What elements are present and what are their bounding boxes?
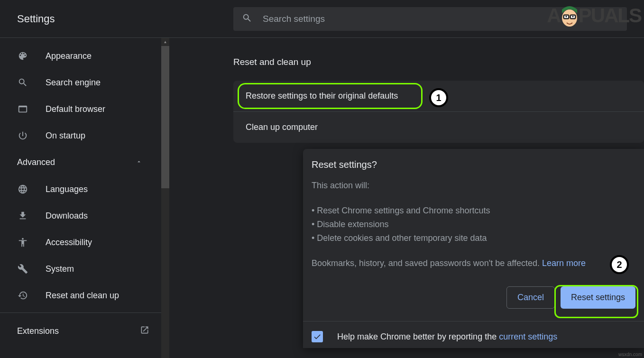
- external-link-icon: [140, 325, 149, 337]
- dialog-footer-span: Bookmarks, history, and saved passwords …: [312, 258, 542, 268]
- cancel-button[interactable]: Cancel: [506, 286, 555, 309]
- sidebar-item-accessibility[interactable]: Accessibility: [0, 229, 156, 256]
- report-checkbox[interactable]: [312, 331, 323, 342]
- wrench-icon: [17, 263, 28, 275]
- download-icon: [17, 210, 28, 221]
- globe-icon: [17, 184, 28, 195]
- chevron-up-icon: [136, 158, 142, 167]
- sidebar: Appearance Search engine Default browser…: [0, 38, 161, 358]
- reset-settings-dialog: Reset settings? This action will: • Rese…: [303, 149, 644, 348]
- dialog-bullet-text: Disable extensions: [317, 220, 388, 229]
- sidebar-item-label: Default browser: [46, 104, 105, 114]
- dialog-title: Reset settings?: [312, 159, 635, 170]
- appuals-logo: A PUALS: [547, 4, 641, 28]
- restore-icon: [17, 290, 28, 301]
- dialog-bullet: • Delete cookies and other temporary sit…: [312, 231, 635, 245]
- dialog-footer-text: Bookmarks, history, and saved passwords …: [312, 258, 635, 268]
- sidebar-item-appearance[interactable]: Appearance: [0, 43, 156, 69]
- search-icon: [17, 77, 28, 88]
- svg-point-6: [572, 16, 573, 18]
- search-icon: [242, 13, 263, 25]
- sidebar-container: Appearance Search engine Default browser…: [0, 38, 169, 358]
- advanced-toggle[interactable]: Advanced: [0, 149, 161, 176]
- browser-icon: [17, 103, 28, 115]
- sidebar-item-label: Accessibility: [46, 238, 92, 248]
- page-title: Settings: [17, 13, 233, 25]
- logo-mascot-icon: [560, 4, 580, 28]
- sidebar-item-reset[interactable]: Reset and clean up: [0, 282, 156, 309]
- sidebar-item-search-engine[interactable]: Search engine: [0, 69, 156, 96]
- annotation-step-2: 2: [610, 255, 629, 274]
- sidebar-item-label: Languages: [46, 184, 88, 194]
- divider: [0, 312, 161, 313]
- dialog-intro: This action will:: [312, 181, 635, 191]
- sidebar-item-default-browser[interactable]: Default browser: [0, 96, 156, 122]
- sidebar-item-label: Search engine: [46, 78, 101, 88]
- checkbox-label: Help make Chrome better by reporting the…: [337, 332, 557, 342]
- scrollbar-track[interactable]: ▲: [161, 38, 169, 358]
- section-title: Reset and clean up: [233, 57, 644, 67]
- sidebar-item-label: System: [46, 264, 74, 274]
- logo-text-right: PUALS: [579, 4, 641, 27]
- reset-settings-button[interactable]: Reset settings: [561, 286, 635, 309]
- watermark: wsxdn.com: [618, 352, 642, 357]
- scrollbar-thumb[interactable]: [161, 46, 169, 188]
- dialog-bullet-text: Reset Chrome settings and Chrome shortcu…: [317, 206, 490, 215]
- sidebar-item-languages[interactable]: Languages: [0, 176, 156, 202]
- sidebar-item-label: Reset and clean up: [46, 291, 119, 301]
- sidebar-item-label: Appearance: [46, 51, 92, 61]
- annotation-step-1: 1: [429, 88, 448, 107]
- extensions-label: Extensions: [17, 326, 59, 336]
- checkbox-text: Help make Chrome better by reporting the: [337, 332, 499, 341]
- svg-point-5: [565, 16, 567, 18]
- palette-icon: [17, 50, 28, 62]
- dialog-bullet: • Reset Chrome settings and Chrome short…: [312, 204, 635, 218]
- logo-text-left: A: [547, 4, 560, 27]
- accessibility-icon: [17, 237, 28, 248]
- sidebar-item-extensions[interactable]: Extensions: [0, 317, 161, 345]
- scrollbar-arrow-up-icon[interactable]: ▲: [161, 38, 169, 46]
- dialog-checkbox-row: Help make Chrome better by reporting the…: [303, 321, 644, 348]
- dialog-bullet: • Disable extensions: [312, 218, 635, 231]
- sidebar-item-label: On startup: [46, 131, 85, 141]
- sidebar-item-on-startup[interactable]: On startup: [0, 122, 156, 149]
- power-icon: [17, 130, 28, 141]
- dialog-buttons: Cancel Reset settings: [312, 286, 635, 309]
- settings-row-clean-up[interactable]: Clean up computer: [233, 112, 644, 143]
- sidebar-item-system[interactable]: System: [0, 256, 156, 282]
- advanced-label: Advanced: [17, 157, 55, 167]
- sidebar-item-downloads[interactable]: Downloads: [0, 202, 156, 229]
- current-settings-link[interactable]: current settings: [499, 332, 557, 341]
- learn-more-link[interactable]: Learn more: [542, 258, 586, 268]
- sidebar-item-label: Downloads: [46, 211, 88, 221]
- dialog-bullet-text: Delete cookies and other temporary site …: [317, 233, 487, 243]
